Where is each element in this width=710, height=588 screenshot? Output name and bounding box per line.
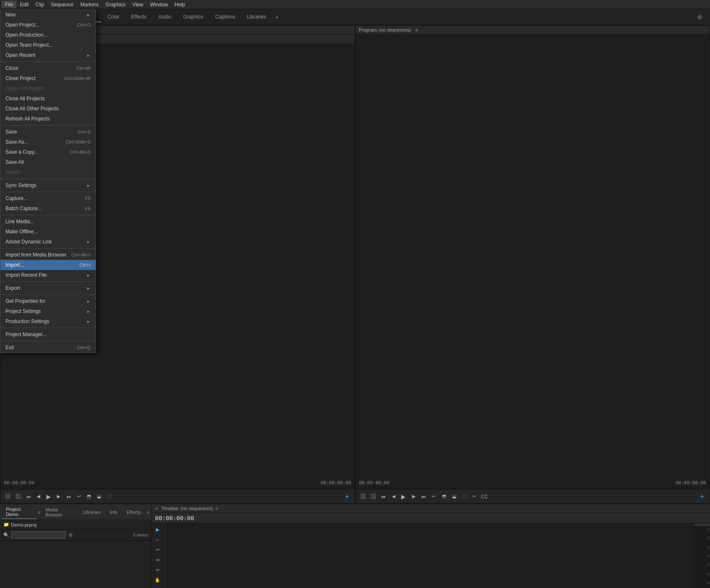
menu-item-close-project[interactable]: Close Project Ctrl+Shift+W	[0, 73, 96, 83]
sep-9	[0, 328, 96, 328]
menu-item-revert: Revert	[0, 167, 96, 177]
new-arrow: ►	[86, 13, 91, 17]
menu-item-open-production[interactable]: Open Production...	[0, 30, 96, 40]
sep-7	[0, 281, 96, 282]
menu-item-project-manager[interactable]: Project Manager...	[0, 329, 96, 339]
menu-item-dynamic-link[interactable]: Adobe Dynamic Link ►	[0, 237, 96, 247]
recent-arrow: ►	[86, 53, 91, 58]
menu-item-close-all[interactable]: Close All Projects	[0, 94, 96, 104]
menu-item-project-settings[interactable]: Project Settings ►	[0, 306, 96, 316]
menu-item-open-recent[interactable]: Open Recent ►	[0, 50, 96, 60]
menu-item-make-offline[interactable]: Make Offline...	[0, 227, 96, 237]
menu-item-save-as[interactable]: Save As... Ctrl+Shift+S	[0, 137, 96, 147]
sep-8	[0, 294, 96, 295]
menu-item-open-team[interactable]: Open Team Project...	[0, 40, 96, 50]
menu-item-get-properties[interactable]: Get Properties for ►	[0, 296, 96, 306]
menu-item-close-production: Close Production	[0, 83, 96, 94]
menu-item-batch-capture[interactable]: Batch Capture... F6	[0, 203, 96, 214]
sep-6	[0, 248, 96, 249]
sep-4	[0, 192, 96, 192]
menu-item-import[interactable]: Import... Ctrl+I	[0, 260, 96, 270]
import-recent-arrow: ►	[86, 273, 91, 278]
menu-item-capture[interactable]: Capture... F5	[0, 193, 96, 203]
dropdown-overlay[interactable]: New ► Open Project... Ctrl+O Open Produc…	[0, 0, 710, 588]
menu-item-link-media[interactable]: Link Media...	[0, 216, 96, 227]
menu-item-exit[interactable]: Exit Ctrl+Q	[0, 342, 96, 353]
menu-item-export[interactable]: Export ►	[0, 283, 96, 293]
menu-item-new[interactable]: New ►	[0, 10, 96, 20]
sep-10	[0, 341, 96, 341]
dynamic-arrow: ►	[86, 240, 91, 244]
props-arrow: ►	[86, 299, 91, 304]
menu-item-save-all[interactable]: Save All	[0, 157, 96, 167]
sep-1	[0, 61, 96, 62]
menu-item-production-settings[interactable]: Production Settings ►	[0, 316, 96, 326]
menu-item-save[interactable]: Save Ctrl+S	[0, 127, 96, 137]
file-dropdown: New ► Open Project... Ctrl+O Open Produc…	[0, 9, 96, 353]
menu-item-save-copy[interactable]: Save a Copy... Ctrl+Alt+S	[0, 147, 96, 157]
menu-item-close[interactable]: Close Ctrl+W	[0, 63, 96, 73]
sep-5	[0, 215, 96, 215]
proj-settings-arrow: ►	[86, 309, 91, 314]
menu-item-import-recent[interactable]: Import Recent File ►	[0, 270, 96, 280]
menu-item-refresh[interactable]: Refresh All Projects	[0, 114, 96, 124]
menu-item-open-project[interactable]: Open Project... Ctrl+O	[0, 20, 96, 30]
menu-item-close-others[interactable]: Close All Other Projects	[0, 104, 96, 114]
prod-settings-arrow: ►	[86, 319, 91, 324]
sync-arrow: ►	[86, 183, 91, 188]
sep-2	[0, 125, 96, 126]
menu-item-import-media-browser[interactable]: Import from Media Browser Ctrl+Alt+I	[0, 250, 96, 260]
sep-3	[0, 179, 96, 179]
menu-item-sync[interactable]: Sync Settings ►	[0, 180, 96, 190]
export-arrow: ►	[86, 286, 91, 291]
